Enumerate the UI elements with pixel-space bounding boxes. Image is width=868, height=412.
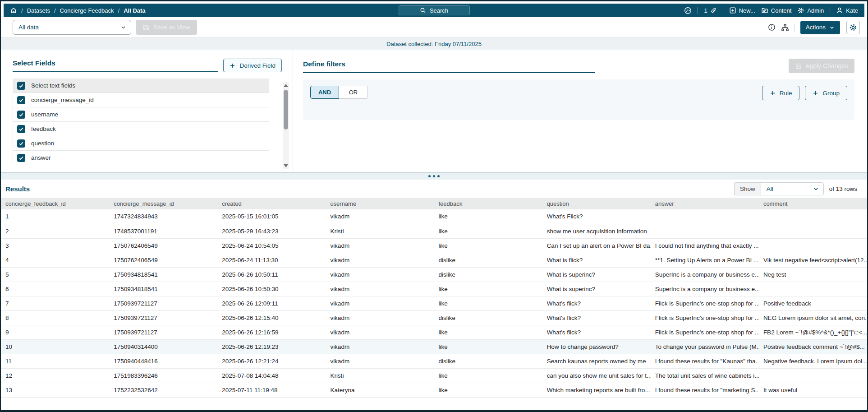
panes: Select Fields Derived Field Select text … <box>1 50 867 172</box>
breadcrumb: / Datasets / Concierge Feedback / All Da… <box>10 7 146 14</box>
column-header: created <box>217 198 326 209</box>
lineage-icon[interactable] <box>781 23 789 32</box>
add-rule-button[interactable]: Rule <box>762 86 800 100</box>
table-cell: Neg test <box>759 267 867 282</box>
table-cell <box>759 224 867 238</box>
checkbox-checked-icon[interactable] <box>17 154 25 162</box>
table-cell <box>651 224 759 238</box>
table-row[interactable]: 1017509403144002025-06-26 12:19:23vikadm… <box>1 339 867 354</box>
actions-button[interactable]: Actions <box>800 21 840 34</box>
chevron-down-icon <box>813 186 819 192</box>
pane-splitter[interactable] <box>1 172 867 180</box>
checkbox-checked-icon[interactable] <box>17 125 25 133</box>
table-cell: 1751983396246 <box>109 368 217 383</box>
checkbox-checked-icon[interactable] <box>17 96 25 104</box>
user-icon <box>836 7 843 14</box>
fields-panel-title: Select Fields <box>13 59 55 67</box>
view-selector-value: All data <box>18 24 39 31</box>
select-all-fields-row[interactable]: Select text fields <box>13 79 269 93</box>
user-menu[interactable]: Kate <box>836 7 858 14</box>
checkbox-checked-icon[interactable] <box>17 111 25 119</box>
table-cell: Vik test negative feed<script>alert(12..… <box>759 253 867 267</box>
table-row[interactable]: 1117509404484162025-06-26 12:21:24vikadm… <box>1 354 867 368</box>
and-option[interactable]: AND <box>310 86 339 99</box>
table-cell: 2025-06-26 12:15:40 <box>217 310 326 325</box>
table-cell: Kristi <box>326 224 434 238</box>
table-cell: like <box>434 325 542 339</box>
table-cell: 1750762406549 <box>109 238 217 253</box>
show-size-select[interactable]: All <box>761 182 824 195</box>
search-icon <box>420 7 426 14</box>
view-selector[interactable]: All data <box>13 20 131 35</box>
derived-field-button[interactable]: Derived Field <box>223 59 282 72</box>
table-cell: 1750934818541 <box>109 282 217 296</box>
table-row[interactable]: 217485370011912025-05-29 16:43:23Kristil… <box>1 224 867 238</box>
table-cell: 1750939721127 <box>109 325 217 339</box>
field-item[interactable]: answer <box>13 151 269 165</box>
content-button[interactable]: Content <box>761 7 792 14</box>
content-folder-icon <box>761 7 768 14</box>
table-row[interactable]: 817509397211272025-06-26 12:15:40vikadmd… <box>1 310 867 325</box>
table-cell: vikadm <box>326 310 434 325</box>
table-row[interactable]: 317507624065492025-06-24 10:54:05vikadml… <box>1 238 867 253</box>
table-cell: vikadm <box>326 253 434 267</box>
table-row[interactable]: 1317522325326422025-07-11 11:19:48Katery… <box>1 383 867 397</box>
apply-changes-button[interactable]: Apply Changes <box>789 59 854 73</box>
table-row[interactable]: 417507624065492025-06-24 11:13:30vikadmd… <box>1 253 867 267</box>
settings-button[interactable] <box>846 21 860 34</box>
scroll-thumb[interactable] <box>284 90 288 130</box>
table-cell: vikadm <box>326 238 434 253</box>
table-cell: 2025-06-24 10:54:05 <box>217 238 326 253</box>
checkbox-checked-icon[interactable] <box>17 82 25 90</box>
save-as-view-button[interactable]: Save as View <box>136 20 197 35</box>
table-cell <box>651 209 759 224</box>
new-button[interactable]: New... <box>729 7 755 14</box>
breadcrumb-item-concierge-feedback[interactable]: Concierge Feedback <box>60 7 114 14</box>
table-cell: Which marketing reports are built fro... <box>542 383 651 397</box>
info-icon[interactable] <box>768 23 776 31</box>
table-cell: How to change password? <box>542 339 651 354</box>
table-cell: What's flick? <box>542 325 651 339</box>
table-cell: The total unit sales of wine cabinets i.… <box>651 368 759 383</box>
field-item[interactable]: question <box>13 136 269 151</box>
breadcrumb-separator: / <box>118 7 120 14</box>
table-row[interactable]: 1217519833962462025-07-08 14:04:48Kristi… <box>1 368 867 383</box>
admin-button[interactable]: Admin <box>797 7 824 14</box>
table-row[interactable]: 917509397211272025-06-26 12:16:59vikadml… <box>1 325 867 339</box>
scroll-up-arrow[interactable] <box>284 84 288 87</box>
scroll-down-arrow[interactable] <box>284 164 288 167</box>
table-row[interactable]: 717509397211272025-06-26 12:09:11vikadml… <box>1 296 867 310</box>
table-header-row: concierge_feedback_idconcierge_message_i… <box>1 198 867 209</box>
table-cell: What is superinc? <box>542 267 651 282</box>
fields-scrollbar[interactable] <box>283 82 289 169</box>
table-cell: 2025-05-15 16:01:05 <box>217 209 326 224</box>
fields-panel: Select Fields Derived Field Select text … <box>1 50 293 172</box>
field-item[interactable]: feedback <box>13 122 269 136</box>
attachments-button[interactable]: 1 <box>704 7 716 14</box>
ai-assistant-icon[interactable] <box>684 7 692 14</box>
field-list: Select text fields concierge_message_idu… <box>13 79 269 165</box>
table-cell: vikadm <box>326 325 434 339</box>
breadcrumb-item-datasets[interactable]: Datasets <box>27 7 50 14</box>
table-cell: What is flick? <box>542 253 651 267</box>
table-row[interactable]: 517509348185412025-06-26 10:50:11vikadmd… <box>1 267 867 282</box>
banner-text: Dataset collected: Friday 07/11/2025 <box>386 41 482 47</box>
search-label: Search <box>430 7 448 14</box>
and-or-toggle: AND OR <box>310 86 368 99</box>
or-option[interactable]: OR <box>339 86 368 99</box>
table-row[interactable]: 117473248349432025-05-15 16:01:05vikadml… <box>1 209 867 224</box>
search-button[interactable]: Search <box>399 5 470 15</box>
field-item[interactable]: concierge_message_id <box>13 93 269 107</box>
table-row[interactable]: 617509348185412025-06-26 10:50:30vikadml… <box>1 282 867 296</box>
field-item[interactable]: username <box>13 107 269 122</box>
add-group-button[interactable]: Group <box>805 86 847 100</box>
table-cell: dislike <box>434 354 542 368</box>
column-header: feedback <box>434 198 542 209</box>
column-header: answer <box>651 198 759 209</box>
table-cell: like <box>434 383 542 397</box>
table-cell: 2025-06-26 12:19:23 <box>217 339 326 354</box>
table-cell: dislike <box>434 310 542 325</box>
checkbox-checked-icon[interactable] <box>17 139 25 148</box>
home-icon[interactable] <box>10 7 17 14</box>
table-cell: 1750940314400 <box>109 339 217 354</box>
